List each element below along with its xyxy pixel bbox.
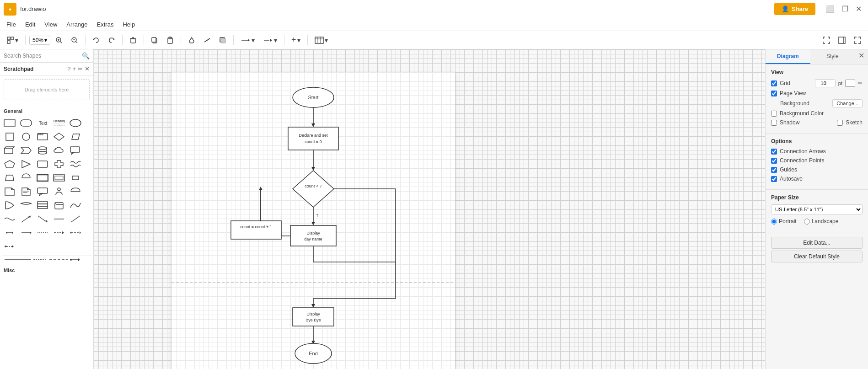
change-background-button[interactable]: Change... [832, 99, 863, 107]
menu-edit[interactable]: Edit [21, 19, 40, 30]
page-view-checkbox[interactable] [771, 91, 777, 96]
toggle-panel-button[interactable] [835, 35, 849, 46]
zoom-out-button[interactable] [68, 35, 81, 46]
shape-arrow-right2[interactable] [18, 226, 34, 239]
insert-button[interactable]: + ▾ [288, 33, 304, 47]
shape-doc2[interactable] [18, 185, 34, 198]
fit-page-button[interactable] [820, 35, 833, 46]
menu-arrange[interactable]: Arrange [62, 19, 92, 30]
shape-rectangle[interactable] [2, 117, 17, 129]
waypoint-button[interactable]: ▾ [260, 35, 280, 46]
shape-trapezoid[interactable] [2, 171, 17, 184]
shape-square[interactable] [2, 130, 17, 143]
shape-curve[interactable] [68, 199, 83, 212]
shape-callout-rect[interactable] [68, 144, 83, 157]
menu-view[interactable]: View [40, 19, 62, 30]
edit-grid-icon[interactable]: ✏ [858, 80, 863, 86]
shape-dashed-arrow[interactable] [51, 226, 67, 239]
menu-file[interactable]: File [2, 19, 21, 30]
grid-color-swatch[interactable] [845, 80, 855, 87]
fullscreen-button[interactable] [851, 35, 864, 46]
shape-triangle-right[interactable] [18, 158, 34, 171]
search-icon[interactable]: 🔍 [82, 52, 90, 59]
close-icon[interactable]: ✕ [853, 4, 864, 14]
canvas-area[interactable]: Start Declare and set count = 0 count < … [94, 49, 765, 369]
connection-points-checkbox[interactable] [771, 158, 777, 164]
shape-ellipse[interactable] [68, 117, 83, 129]
shape-doc[interactable] [2, 185, 17, 198]
shape-arrow-diagonal[interactable] [18, 213, 34, 225]
shape-dashed-bidirect[interactable] [68, 226, 83, 239]
maximize-icon[interactable]: ❐ [839, 4, 851, 14]
shape-line-diag[interactable] [68, 213, 83, 225]
undo-button[interactable] [89, 35, 103, 46]
shape-connector-dots[interactable] [2, 240, 17, 253]
search-input[interactable] [4, 53, 80, 59]
edit-icon[interactable]: ✏ [78, 65, 83, 72]
paste-button[interactable] [163, 35, 177, 46]
shape-dotted-line[interactable] [35, 226, 50, 239]
shape-arc-left[interactable] [2, 199, 17, 212]
zoom-control[interactable]: 50% ▾ [29, 36, 50, 45]
shape-arrow-diagonal2[interactable] [35, 213, 50, 225]
shape-person[interactable] [51, 185, 67, 198]
landscape-radio[interactable] [804, 219, 810, 225]
shape-circle[interactable] [18, 130, 34, 143]
help-icon[interactable]: ? [67, 65, 70, 72]
copy-button[interactable] [148, 35, 161, 46]
shape-rounded-rect[interactable] [18, 117, 34, 129]
grid-size-input[interactable] [815, 79, 836, 87]
connection-arrows-checkbox[interactable] [771, 149, 777, 155]
clear-default-style-button[interactable]: Clear Default Style [771, 251, 863, 262]
paper-size-select[interactable]: US-Letter (8.5" x 11")A4 (210 x 297 mm)A… [771, 204, 863, 214]
shape-diamond[interactable] [51, 130, 67, 143]
delete-button[interactable] [126, 35, 140, 46]
menu-help[interactable]: Help [118, 19, 139, 30]
shape-pentagon[interactable] [2, 158, 17, 171]
edit-data-button[interactable]: Edit Data... [771, 237, 863, 249]
shape-filmstrip[interactable] [35, 130, 50, 143]
shadow-button[interactable] [216, 35, 230, 46]
tab-diagram[interactable]: Diagram [766, 49, 810, 64]
shape-rect-small[interactable] [68, 171, 83, 184]
close-right-panel-icon[interactable]: ✕ [855, 49, 868, 64]
grid-checkbox[interactable] [771, 80, 777, 86]
table-button[interactable]: ▾ [311, 35, 331, 46]
shape-cross[interactable] [51, 158, 67, 171]
portrait-radio[interactable] [771, 219, 777, 225]
shape-line[interactable] [51, 213, 67, 225]
shape-s-curve[interactable] [2, 213, 17, 225]
shape-half-arc[interactable] [68, 185, 83, 198]
shape-parallelogram[interactable] [68, 130, 83, 143]
shadow-checkbox[interactable] [771, 120, 777, 126]
shape-list-item[interactable] [35, 199, 50, 212]
fill-color-button[interactable] [185, 35, 198, 46]
guides-checkbox[interactable] [771, 167, 777, 173]
redo-button[interactable] [105, 35, 118, 46]
shape-cylinder[interactable] [35, 144, 50, 157]
connector-button[interactable]: ▾ [237, 35, 258, 46]
line-color-button[interactable] [200, 35, 214, 46]
shape-text[interactable]: Text [35, 117, 50, 129]
share-button[interactable]: 👤 Share [774, 3, 815, 15]
shape-scroll[interactable] [51, 199, 67, 212]
shape-rect-inner[interactable] [51, 171, 67, 184]
shape-heading[interactable]: Headingsubtitle text here [51, 117, 67, 129]
shape-rect-curved[interactable] [35, 158, 50, 171]
menu-extras[interactable]: Extras [92, 19, 118, 30]
shape-half-circle[interactable] [18, 171, 34, 184]
shape-wave[interactable] [68, 158, 83, 171]
shape-callout[interactable] [35, 185, 50, 198]
add-icon[interactable]: + [72, 65, 76, 72]
shape-cloud[interactable] [51, 144, 67, 157]
shape-chevron-right[interactable] [18, 144, 34, 157]
sketch-checkbox[interactable] [837, 120, 843, 126]
shape-rect-3d[interactable] [2, 144, 17, 157]
close-icon[interactable]: ✕ [85, 65, 90, 72]
shape-band[interactable] [18, 199, 34, 212]
autosave-checkbox[interactable] [771, 176, 777, 182]
zoom-in-button[interactable] [52, 35, 66, 46]
bg-color-checkbox[interactable] [771, 111, 777, 117]
tab-style[interactable]: Style [810, 49, 855, 64]
minimize-icon[interactable]: ⬜ [823, 4, 837, 14]
